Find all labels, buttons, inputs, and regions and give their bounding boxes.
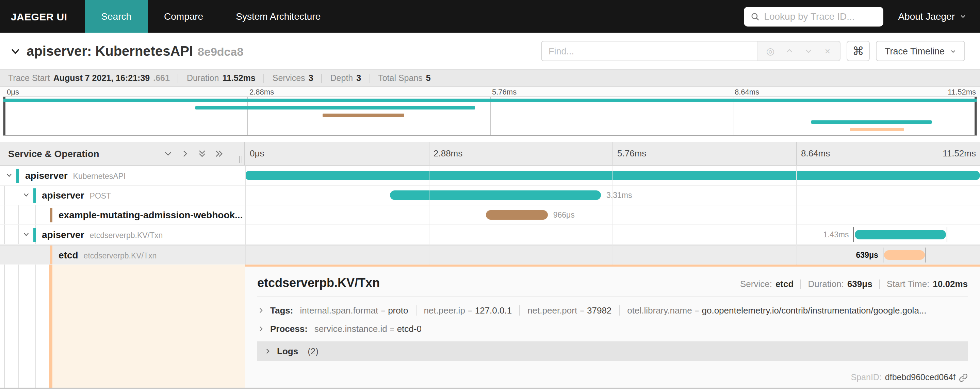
span-row[interactable]: apiserverKubernetesAPI [0,166,980,186]
span-row[interactable]: apiserveretcdserverpb.KV/Txn 1.43ms [0,225,980,245]
nav-tabs: Search Compare System Architecture [85,0,337,33]
expand-one-chevron-right-icon[interactable] [180,149,190,159]
find-toolbar: Find... ◎ × ⌘ Trace Timeline [541,41,965,61]
trace-title-text: apiserver: KubernetesAPI [27,43,193,58]
minimap-right-drag-handle[interactable] [975,97,977,135]
nav-spacer [337,0,743,33]
span-row-name-cell[interactable]: apiserveretcdserverpb.KV/Txn [0,225,245,244]
span-bar[interactable] [885,250,925,260]
trace-id-lookup-input[interactable]: Lookup by Trace ID... [743,6,883,26]
prev-match-chevron-up-icon[interactable] [781,43,798,59]
nav-tab-search[interactable]: Search [85,0,148,33]
tag-equals: = [695,306,699,314]
tags-list: internal.span.format=protonet.peer.ip=12… [300,305,926,316]
span-operation-name: POST [90,192,111,200]
nav-tab-system-architecture[interactable]: System Architecture [220,0,337,33]
tag-item[interactable]: service.instance.id=etcd-0 [314,324,422,334]
collapse-one-chevron-down-icon[interactable] [163,149,173,159]
span-bar[interactable] [390,191,601,200]
span-row-timeline-cell[interactable] [245,166,980,185]
divider [321,74,322,83]
span-row-name-cell[interactable]: apiserverKubernetesAPI [0,166,245,185]
tree-guide-line [35,265,36,387]
duration-label: Duration [187,73,219,83]
span-row-name-cell[interactable]: etcdetcdserverpb.KV/Txn [0,246,245,264]
span-row-timeline-cell[interactable]: 966μs [245,205,980,224]
tag-key: net.peer.ip [424,305,465,316]
chevron-down-icon[interactable] [22,191,30,198]
link-icon[interactable] [959,373,968,382]
divider [264,74,264,83]
span-row[interactable]: example-mutating-admission-webhook... 96… [0,205,980,225]
minimap-left-drag-handle[interactable] [3,97,5,135]
tags-label: Tags: [270,305,293,316]
divider [369,74,370,83]
about-jaeger-label: About Jaeger [898,11,955,22]
column-resize-handle[interactable] [239,156,242,163]
expand-all-double-chevron-right-icon[interactable] [215,149,224,159]
minimap-gridline [247,97,247,135]
services-value: 3 [309,73,313,83]
focus-match-icon[interactable]: ◎ [762,43,778,59]
divider [879,279,880,289]
span-bar[interactable] [245,171,980,180]
span-operation-name: etcdserverpb.KV/Txn [84,252,157,260]
tag-value: 37982 [587,305,611,316]
span-bar[interactable] [486,210,547,220]
collapse-all-double-chevron-down-icon[interactable] [197,149,207,159]
about-jaeger-menu[interactable]: About Jaeger [883,0,980,33]
next-match-chevron-down-icon[interactable] [800,43,817,59]
trace-view-selector[interactable]: Trace Timeline [876,41,965,61]
tag-item[interactable]: internal.span.format=proto [300,305,408,316]
total-spans-label: Total Spans [378,73,423,83]
timeline-header-gridline [429,142,430,165]
app-logo[interactable]: JAEGER UI [0,0,85,33]
keyboard-shortcuts-button[interactable]: ⌘ [846,41,870,61]
nav-tab-compare[interactable]: Compare [148,0,220,33]
span-color-bar [16,169,19,183]
timeline-header-gridline [612,142,613,165]
span-detail-title: etcdserverpb.KV/Txn [257,276,380,291]
clear-find-icon[interactable]: × [819,43,836,59]
logs-row[interactable]: Logs (2) [257,341,968,361]
tag-item[interactable]: net.peer.port=37982 [519,305,611,316]
tag-equals: = [468,306,472,314]
start-time-value: 10.02ms [933,279,968,289]
span-row-timeline-cell[interactable]: 3.31ms [245,186,980,205]
service-label: Service: [740,279,772,289]
find-group: Find... ◎ × [541,41,840,61]
collapse-trace-chevron-down-icon[interactable] [10,45,21,57]
trace-start-fraction: .661 [153,73,170,83]
span-duration-label: 966μs [553,211,575,219]
tree-guide-line [18,265,19,387]
span-detail-meta: Service:etcd Duration:639μs Start Time:1… [740,279,968,289]
tree-guide-line [4,265,5,387]
tag-value: proto [388,305,408,316]
trace-minimap[interactable] [3,97,977,136]
find-input[interactable]: Find... [542,41,757,60]
service-value: etcd [775,279,794,289]
span-row-timeline-cell[interactable]: 639μs [245,246,980,264]
span-service-name: apiserveretcdserverpb.KV/Txn [42,229,163,240]
tags-row[interactable]: Tags: internal.span.format=protonet.peer… [257,305,968,316]
span-row-name-cell[interactable]: apiserverPOST [0,186,245,205]
trace-short-id: 8e9dca8 [198,45,243,58]
span-color-bar [50,208,52,222]
process-row[interactable]: Process: service.instance.id=etcd-0 [257,324,968,334]
tag-value: etcd-0 [397,324,422,334]
chevron-down-icon[interactable] [5,171,13,179]
span-detail-tree-gutter [0,265,245,387]
logs-count: (2) [308,346,318,356]
span-bar[interactable] [855,230,946,240]
tag-key: service.instance.id [314,324,387,334]
span-row-name-cell[interactable]: example-mutating-admission-webhook... [0,205,245,224]
chevron-down-icon[interactable] [22,230,30,238]
tag-item[interactable]: otel.library.name=go.opentelemetry.io/co… [619,305,926,316]
span-row[interactable]: apiserverPOST 3.31ms [0,186,980,205]
span-row-timeline-cell[interactable]: 1.43ms [245,225,980,244]
span-row[interactable]: etcdetcdserverpb.KV/Txn 639μs [0,245,980,265]
selected-span-highlight [52,265,245,387]
tag-equals: = [580,306,584,314]
logs-label: Logs [277,346,298,356]
tag-item[interactable]: net.peer.ip=127.0.0.1 [415,305,512,316]
